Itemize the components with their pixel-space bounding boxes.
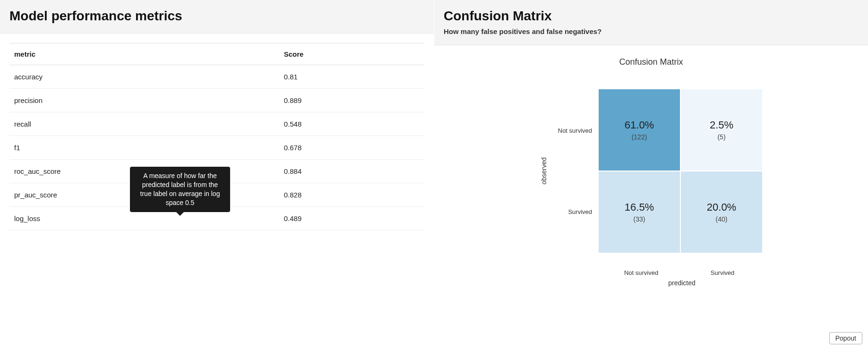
x-axis-label: predicted xyxy=(505,279,859,287)
cell-percent: 61.0% xyxy=(625,119,654,131)
cell-count: (40) xyxy=(716,215,728,223)
plot-title: Confusion Matrix xyxy=(444,57,859,67)
col-label: Survived xyxy=(682,269,763,276)
cell-percent: 20.0% xyxy=(707,201,736,213)
cell-percent: 16.5% xyxy=(625,201,654,213)
popout-button[interactable]: Popout xyxy=(829,332,862,344)
metrics-panel: Model performance metrics metric Score a… xyxy=(0,0,434,350)
cm-cell-fn[interactable]: 16.5%(33) xyxy=(599,171,680,253)
col-labels: Not survived Survived xyxy=(505,269,859,276)
col-metric[interactable]: metric xyxy=(9,43,279,65)
col-score[interactable]: Score xyxy=(279,43,424,65)
metric-score: 0.678 xyxy=(279,136,424,160)
confusion-title: Confusion Matrix xyxy=(444,9,859,24)
metric-name: recall xyxy=(9,112,279,136)
cm-cell-fp[interactable]: 2.5%(5) xyxy=(681,89,762,171)
confusion-grid: 61.0%(122) 2.5%(5) 16.5%(33) 20.0%(40) xyxy=(599,89,762,253)
tooltip: A measure of how far the predicted label… xyxy=(130,167,230,212)
table-row[interactable]: recall0.548 xyxy=(9,112,424,136)
metrics-header: Model performance metrics xyxy=(0,0,434,34)
col-label: Not survived xyxy=(601,269,682,276)
confusion-panel: Confusion Matrix How many false positive… xyxy=(434,0,868,350)
row-label: Not survived xyxy=(552,90,595,171)
metric-score: 0.828 xyxy=(279,183,424,207)
metrics-title: Model performance metrics xyxy=(9,9,424,24)
metric-name: f1 xyxy=(9,136,279,160)
cm-cell-tn[interactable]: 61.0%(122) xyxy=(599,89,680,171)
row-label: Survived xyxy=(552,171,595,252)
cell-percent: 2.5% xyxy=(710,119,733,131)
table-row[interactable]: precision0.889 xyxy=(9,89,424,112)
metric-score: 0.548 xyxy=(279,112,424,136)
metric-score: 0.884 xyxy=(279,160,424,183)
cell-count: (33) xyxy=(634,215,645,223)
metric-score: 0.889 xyxy=(279,89,424,112)
row-labels: Not survived Survived xyxy=(552,90,595,252)
y-axis-label: observed xyxy=(540,157,548,185)
metric-name: precision xyxy=(9,89,279,112)
confusion-header: Confusion Matrix How many false positive… xyxy=(434,0,868,45)
table-row[interactable]: f10.678 xyxy=(9,136,424,160)
metric-name: accuracy xyxy=(9,65,279,89)
cell-count: (122) xyxy=(632,133,647,141)
cell-count: (5) xyxy=(717,133,725,141)
confusion-subtitle: How many false positives and false negat… xyxy=(444,27,859,35)
metric-score: 0.81 xyxy=(279,65,424,89)
table-row[interactable]: accuracy0.81 xyxy=(9,65,424,89)
metric-score: 0.489 xyxy=(279,207,424,230)
cm-cell-tp[interactable]: 20.0%(40) xyxy=(681,171,762,253)
